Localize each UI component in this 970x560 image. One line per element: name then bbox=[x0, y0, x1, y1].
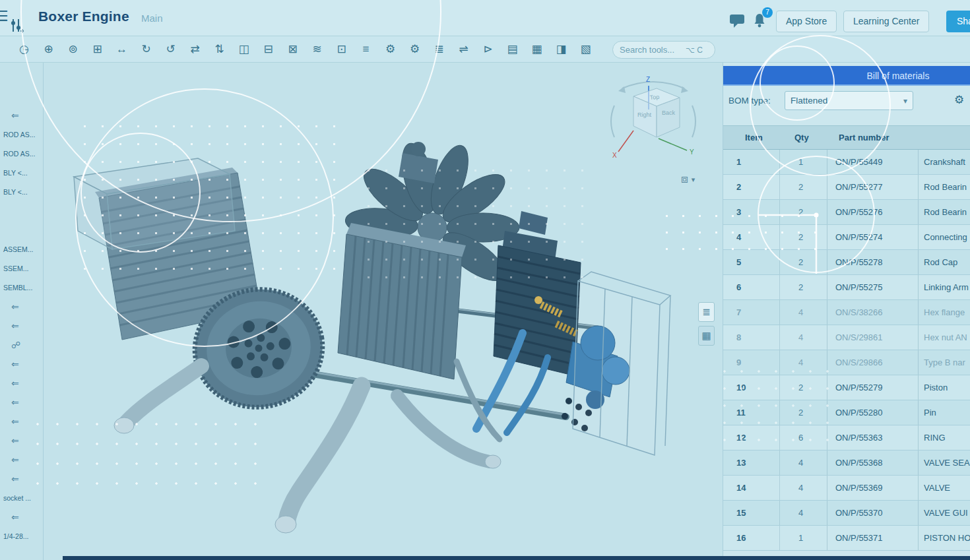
3d-viewport[interactable]: Top Right Back Z X Y ⧈ ▾ ≣ ▦ bbox=[44, 63, 723, 560]
toolbar-tool-icon[interactable]: ⊞ bbox=[90, 42, 104, 56]
tree-item[interactable]: BLY <... bbox=[0, 182, 42, 201]
bom-table-row[interactable]: 3 2 ON/P/55276 Rod Bearin bbox=[723, 200, 970, 225]
bom-table-row[interactable]: 4 2 ON/P/55274 Connecting bbox=[723, 225, 970, 250]
toolbar-tool-icon[interactable]: ⇄ bbox=[188, 42, 202, 56]
toolbar-tool-icon[interactable]: ⊳ bbox=[481, 42, 495, 56]
toolbar-tool-icon[interactable]: ⊟ bbox=[261, 42, 275, 56]
tree-item[interactable]: ⇐ bbox=[0, 297, 42, 316]
comments-icon[interactable] bbox=[729, 13, 746, 32]
view-cube-top-label[interactable]: Top bbox=[649, 94, 659, 101]
bom-cell-item: 12 bbox=[723, 433, 779, 443]
tree-item[interactable]: ASSEM... bbox=[0, 239, 42, 259]
view-cube-side-label[interactable]: Back bbox=[662, 109, 676, 116]
toolbar-tool-icon[interactable]: ≣ bbox=[432, 42, 446, 56]
bom-cell-item: 1 bbox=[723, 157, 779, 167]
bom-table-row[interactable]: 16 1 ON/P/55371 PISTON HO bbox=[723, 526, 970, 551]
tree-item[interactable]: ⇐ bbox=[0, 450, 42, 469]
toolbar-tool-icon[interactable]: ↻ bbox=[139, 42, 153, 56]
bom-cell-qty: 4 bbox=[779, 476, 827, 500]
bom-table-row[interactable]: 1 1 ON/P/55449 Crankshaft bbox=[723, 150, 970, 175]
panel-divider[interactable] bbox=[43, 63, 44, 560]
bom-table-row[interactable]: 13 4 ON/P/55368 VALVE SEA bbox=[723, 451, 970, 476]
toolbar-tool-icon[interactable]: ⚙ bbox=[383, 42, 397, 56]
bom-type-dropdown[interactable]: Flattened ▾ bbox=[785, 91, 913, 110]
axis-y-label: Y bbox=[690, 148, 694, 156]
view-cube-front-label[interactable]: Right bbox=[637, 111, 652, 118]
toolbar-tool-icon[interactable]: ⚙ bbox=[408, 42, 422, 56]
toolbar-tool-icon[interactable]: ≋ bbox=[310, 42, 324, 56]
toolbar-tool-icon[interactable]: ⊚ bbox=[66, 42, 80, 56]
view-options-menu[interactable]: ⧈ ▾ bbox=[681, 173, 695, 186]
bom-table-row[interactable]: 12 6 ON/P/55363 RING bbox=[723, 425, 970, 451]
tree-item[interactable]: ⇐ bbox=[0, 354, 42, 373]
tree-item[interactable]: SEMBL... bbox=[0, 278, 42, 297]
toolbar-tool-icon[interactable]: ⊡ bbox=[335, 42, 348, 56]
tree-item-label: ASSEM... bbox=[3, 245, 34, 253]
search-tools-input[interactable] bbox=[620, 45, 686, 55]
toolbar-tool-icon[interactable]: ⊠ bbox=[286, 42, 300, 56]
tree-item[interactable]: ROD AS... bbox=[0, 125, 42, 144]
toolbar-tool-icon[interactable]: ↺ bbox=[164, 42, 178, 56]
bom-table-row[interactable]: 9 4 ON/S/29866 Type B nar bbox=[723, 350, 970, 375]
comments-panel-toggle[interactable]: ≣ bbox=[698, 302, 715, 322]
toolbar-tool-icon[interactable]: ▤ bbox=[505, 42, 519, 56]
toolbar-tool-icon[interactable]: ⇌ bbox=[457, 42, 470, 56]
search-tools-box[interactable]: ⌥ C bbox=[612, 41, 715, 59]
tree-item[interactable] bbox=[0, 220, 42, 239]
tree-item[interactable]: ⇐ bbox=[0, 431, 42, 450]
tree-item[interactable]: ⇐ bbox=[0, 412, 42, 431]
bom-cell-name: VALVE GUI bbox=[918, 501, 970, 525]
toolbar-tool-icon[interactable]: ⊕ bbox=[42, 42, 55, 56]
bom-table-row[interactable]: 14 4 ON/P/55369 VALVE bbox=[723, 476, 970, 501]
bom-table-row[interactable]: 7 4 ON/S/38266 Hex flange bbox=[723, 300, 970, 325]
tree-item[interactable]: ⇐ bbox=[0, 392, 42, 412]
tree-item[interactable]: SSEM... bbox=[0, 259, 42, 278]
share-button[interactable]: Share bbox=[946, 11, 970, 32]
menu-icon[interactable]: ☰ bbox=[0, 8, 9, 25]
bom-table-row[interactable]: 2 2 ON/P/55277 Rod Bearin bbox=[723, 175, 970, 200]
bom-table-body: 1 1 ON/P/55449 Crankshaft 2 2 ON/P/55277… bbox=[723, 150, 970, 551]
tree-item[interactable]: ⇐ bbox=[0, 469, 42, 488]
toolbar-tool-icon[interactable]: ▧ bbox=[579, 42, 593, 56]
bom-cell-name: Linking Arm bbox=[918, 275, 970, 299]
toolbar-tool-icon[interactable]: ≡ bbox=[359, 43, 373, 56]
bom-cell-part-number: ON/P/55371 bbox=[827, 526, 918, 550]
toolbar-tool-icon[interactable]: ↔ bbox=[115, 43, 129, 56]
tree-item-label: socket ... bbox=[3, 494, 31, 502]
toolbar-tool-icon[interactable]: ▦ bbox=[530, 42, 544, 56]
bom-cell-item: 7 bbox=[723, 307, 779, 317]
tree-item[interactable]: ☍ bbox=[0, 335, 42, 354]
bom-cell-qty: 2 bbox=[779, 200, 827, 224]
toolbar-tool-icon[interactable]: ◫ bbox=[237, 42, 251, 56]
toolbar-tool-icon[interactable]: ◷ bbox=[17, 42, 31, 56]
bom-table-row[interactable]: 10 2 ON/P/55279 Piston bbox=[723, 375, 970, 400]
tree-item[interactable]: ROD AS... bbox=[0, 144, 42, 163]
toolbar-tool-icon[interactable]: ⇅ bbox=[212, 42, 226, 56]
bom-table-row[interactable]: 8 4 ON/S/29861 Hex nut AN bbox=[723, 325, 970, 350]
bom-table-row[interactable]: 15 4 ON/P/55370 VALVE GUI bbox=[723, 501, 970, 526]
tree-item[interactable]: ⇐ bbox=[0, 373, 42, 392]
bom-panel-toggle[interactable]: ▦ bbox=[698, 326, 715, 346]
bom-table-row[interactable]: 6 2 ON/P/55275 Linking Arm bbox=[723, 275, 970, 300]
tree-item[interactable]: BLY <... bbox=[0, 163, 42, 182]
app-store-button[interactable]: App Store bbox=[776, 11, 837, 32]
bom-cell-qty: 2 bbox=[779, 375, 827, 400]
view-cube[interactable]: Top Right Back Z X Y bbox=[604, 71, 703, 170]
bom-table-row[interactable]: 11 2 ON/P/55280 Pin bbox=[723, 400, 970, 425]
tree-item[interactable]: socket ... bbox=[0, 488, 42, 507]
tree-item[interactable] bbox=[0, 201, 42, 220]
units-settings-icon[interactable] bbox=[9, 17, 24, 37]
tree-item[interactable]: ⇐ bbox=[0, 507, 42, 526]
bom-cell-item: 14 bbox=[723, 483, 779, 493]
bom-panel-title[interactable]: Bill of materials bbox=[723, 66, 970, 86]
bom-table-row[interactable]: 5 2 ON/P/55278 Rod Cap bbox=[723, 250, 970, 275]
toolbar-tool-icon[interactable]: ◨ bbox=[554, 42, 568, 56]
tree-item[interactable]: ⇐ bbox=[0, 106, 42, 125]
axis-x-label: X bbox=[612, 152, 617, 159]
bom-cell-name: PISTON HO bbox=[918, 526, 970, 550]
learning-center-button[interactable]: Learning Center bbox=[843, 11, 929, 32]
tree-item[interactable]: ⇐ bbox=[0, 316, 42, 335]
bom-settings-icon[interactable]: ⚙ bbox=[954, 93, 964, 107]
tree-item[interactable]: 1/4-28... bbox=[0, 526, 42, 545]
bom-cell-qty: 2 bbox=[779, 275, 827, 299]
